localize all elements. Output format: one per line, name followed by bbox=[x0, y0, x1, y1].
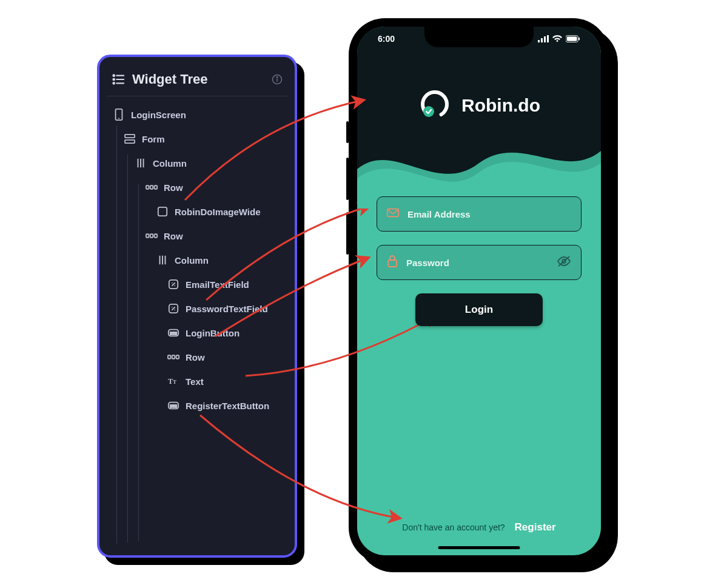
tree-node-image[interactable]: RobinDoImageWide bbox=[109, 199, 287, 224]
svg-rect-40 bbox=[547, 35, 549, 42]
tree-node-register-button[interactable]: BTN RegisterTextButton bbox=[109, 393, 287, 418]
svg-rect-21 bbox=[150, 234, 153, 237]
status-icons bbox=[538, 34, 580, 44]
svg-rect-39 bbox=[544, 36, 546, 42]
register-question-text: Don't have an account yet? bbox=[402, 523, 505, 532]
phone-side-button bbox=[346, 212, 349, 255]
login-button[interactable]: Login bbox=[415, 293, 543, 326]
svg-rect-32 bbox=[176, 355, 179, 358]
svg-rect-30 bbox=[168, 355, 171, 358]
tree-node-password-field[interactable]: PasswordTextField bbox=[109, 296, 287, 321]
tree-node-label: Row bbox=[164, 182, 183, 193]
svg-rect-19 bbox=[158, 207, 167, 216]
password-placeholder: Password bbox=[406, 258, 449, 268]
list-icon bbox=[112, 73, 125, 85]
phone-side-button bbox=[346, 121, 349, 143]
phone-frame: 6:00 Robin.do bbox=[349, 18, 609, 564]
login-form: Email Address Password Login bbox=[377, 196, 582, 326]
svg-rect-18 bbox=[155, 185, 158, 189]
svg-rect-11 bbox=[125, 135, 135, 138]
tree-node-row[interactable]: Row bbox=[109, 224, 287, 248]
svg-rect-47 bbox=[388, 260, 397, 267]
svg-rect-38 bbox=[541, 38, 543, 42]
svg-rect-31 bbox=[172, 355, 175, 358]
visibility-off-icon[interactable] bbox=[557, 255, 571, 270]
form-icon bbox=[124, 133, 136, 145]
tree-node-label: RegisterTextButton bbox=[186, 401, 269, 411]
password-field[interactable]: Password bbox=[377, 245, 582, 280]
text-widget-icon: TT bbox=[167, 375, 179, 387]
widget-tree-panel: Widget Tree LoginScreen Form bbox=[97, 55, 297, 558]
tree-node-email-field[interactable]: EmailTextField bbox=[109, 272, 287, 296]
register-text-button[interactable]: Register bbox=[515, 521, 556, 533]
tree-node-form[interactable]: Form bbox=[109, 127, 287, 151]
svg-rect-12 bbox=[125, 140, 135, 143]
phone-screen: 6:00 Robin.do bbox=[357, 27, 601, 555]
tree-node-label: LoginButton bbox=[186, 328, 240, 338]
column-icon bbox=[135, 157, 147, 169]
tree-node-row[interactable]: Row bbox=[109, 175, 287, 199]
textfield-icon bbox=[167, 278, 179, 290]
signal-icon bbox=[538, 35, 549, 42]
info-icon[interactable] bbox=[272, 74, 283, 85]
textfield-icon bbox=[167, 302, 179, 315]
status-time: 6:00 bbox=[378, 34, 395, 44]
phone-side-button bbox=[346, 158, 349, 200]
app-logo-row: Robin.do bbox=[357, 87, 601, 124]
email-field[interactable]: Email Address bbox=[377, 196, 582, 232]
row-icon bbox=[167, 351, 179, 363]
svg-rect-42 bbox=[567, 36, 577, 41]
login-button-label: Login bbox=[465, 304, 493, 316]
button-widget-icon: BTN bbox=[167, 399, 179, 412]
phone-side-button bbox=[609, 170, 612, 230]
tree-node-label: Row bbox=[164, 231, 183, 241]
svg-point-4 bbox=[113, 82, 115, 84]
svg-rect-37 bbox=[538, 40, 540, 42]
tree-node-column[interactable]: Column bbox=[109, 151, 287, 175]
svg-line-49 bbox=[558, 256, 569, 266]
svg-rect-16 bbox=[146, 185, 149, 189]
svg-rect-17 bbox=[150, 185, 153, 189]
tree-node-label: PasswordTextField bbox=[186, 304, 268, 314]
screen-icon bbox=[113, 109, 125, 121]
svg-point-45 bbox=[423, 106, 434, 117]
column-icon bbox=[156, 254, 169, 266]
email-icon bbox=[387, 208, 399, 220]
svg-rect-22 bbox=[155, 234, 158, 237]
button-widget-icon: BTN bbox=[167, 327, 179, 339]
svg-rect-20 bbox=[146, 234, 149, 237]
image-widget-icon bbox=[156, 205, 169, 218]
lock-icon bbox=[387, 255, 398, 270]
register-row: Don't have an account yet? Register bbox=[357, 521, 601, 533]
app-brand-name: Robin.do bbox=[461, 95, 540, 116]
svg-point-2 bbox=[113, 79, 115, 81]
tree-node-column[interactable]: Column bbox=[109, 248, 287, 272]
svg-rect-46 bbox=[387, 209, 398, 217]
phone-notch bbox=[424, 27, 534, 47]
svg-point-44 bbox=[418, 87, 452, 121]
home-indicator bbox=[438, 546, 520, 549]
svg-point-8 bbox=[277, 77, 278, 78]
svg-text:T: T bbox=[173, 379, 176, 385]
tree-node-loginscreen[interactable]: LoginScreen bbox=[109, 102, 287, 127]
svg-point-0 bbox=[113, 75, 115, 76]
row-icon bbox=[146, 230, 158, 242]
tree-node-label: Form bbox=[142, 134, 165, 144]
tree-node-label: RobinDoImageWide bbox=[175, 207, 261, 217]
tree-node-label: EmailTextField bbox=[186, 279, 249, 290]
app-logo-icon bbox=[418, 87, 452, 124]
tree-node-text[interactable]: TT Text bbox=[109, 369, 287, 393]
tree-node-label: Text bbox=[186, 376, 204, 387]
svg-rect-43 bbox=[578, 38, 580, 41]
tree-node-row[interactable]: Row bbox=[109, 345, 287, 369]
tree-node-login-button[interactable]: BTN LoginButton bbox=[109, 321, 287, 345]
tree-node-label: Column bbox=[175, 255, 209, 266]
tree-node-label: LoginScreen bbox=[131, 110, 186, 120]
row-icon bbox=[146, 181, 158, 193]
battery-icon bbox=[566, 35, 580, 42]
tree-node-label: Column bbox=[153, 158, 187, 169]
wifi-icon bbox=[552, 35, 562, 42]
email-placeholder: Email Address bbox=[407, 209, 471, 219]
svg-text:BTN: BTN bbox=[170, 332, 176, 335]
tree-node-label: Row bbox=[186, 352, 205, 362]
